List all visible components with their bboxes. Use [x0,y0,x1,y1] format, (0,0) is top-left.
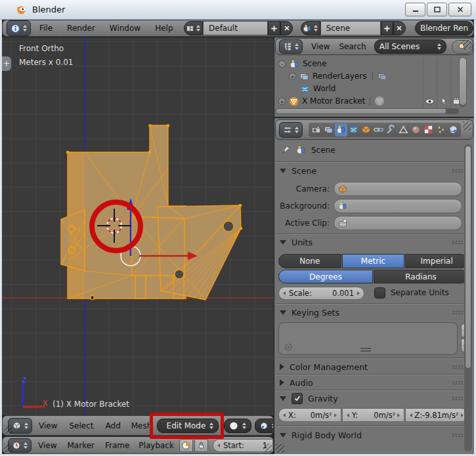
panel-drag-dots[interactable] [452,381,464,385]
mode-select[interactable]: Edit Mode [157,419,219,433]
menu-view-outliner[interactable]: View [311,42,330,51]
render-engine-select[interactable]: Blender Ren [415,21,473,35]
unit-scale-slider[interactable]: Scale: 0.001 [278,287,364,300]
menu-view-3d[interactable]: View [39,421,57,430]
editor-type-selector-outliner[interactable] [279,39,303,54]
menu-marker[interactable]: Marker [67,441,94,450]
edit-mesh[interactable] [2,37,274,415]
toolshelf-open-tab[interactable]: + [2,56,11,71]
background-field[interactable] [334,199,462,213]
unit-system-imperial-button[interactable]: Imperial [405,254,468,268]
close-button[interactable] [448,3,471,16]
separate-units-checkbox[interactable] [374,287,385,299]
menu-search[interactable]: Search [339,42,366,51]
menu-window[interactable]: Window [110,24,141,33]
outliner-display-mode-select[interactable]: All Scenes [374,39,447,54]
menu-view-timeline[interactable]: View [38,441,56,450]
menu-help[interactable]: Help [155,24,173,33]
rotation-degrees-button[interactable]: Degrees [278,270,373,283]
tab-render[interactable] [310,123,322,136]
use-preview-range-button[interactable] [179,439,193,452]
tab-world[interactable] [347,123,360,136]
tab-particles[interactable] [435,123,447,136]
rigid-body-world-panel-header[interactable]: Rigid Body World [280,429,464,441]
outliner-hscrollbar[interactable] [276,108,459,114]
menu-add[interactable]: Add [106,421,121,430]
gravity-panel-header[interactable]: Gravity [280,392,464,404]
tab-modifiers[interactable] [385,123,397,136]
outliner-row-world[interactable]: World [274,83,474,94]
keying-sets-list[interactable] [278,322,458,355]
scene-delete-button[interactable] [393,21,406,35]
rotation-radians-button[interactable]: Radians [374,270,468,283]
properties-vscrollbar[interactable] [464,144,472,451]
visibility-eye-icon[interactable] [425,96,435,108]
menu-select[interactable]: Select [69,421,93,430]
corner-grip[interactable] [276,444,284,453]
menu-mesh[interactable]: Mesh [131,421,152,430]
panel-drag-dots[interactable] [452,310,464,315]
selectability-cursor-icon[interactable] [439,96,448,108]
pin-icon[interactable] [281,145,291,155]
gravity-y-slider[interactable]: Y: 0m/s² [342,408,405,422]
editor-type-selector-properties[interactable] [279,122,303,138]
panel-drag-dots[interactable] [452,396,464,401]
camera-field[interactable] [334,182,462,196]
menu-render[interactable]: Render [67,24,95,33]
menu-frame[interactable]: Frame [105,441,129,450]
audio-panel-header[interactable]: Audio [280,377,464,388]
panel-drag-dots[interactable] [452,240,464,245]
keying-sets-panel-header[interactable]: Keying Sets [280,306,464,318]
expand-toggle[interactable]: + [289,73,296,80]
corner-grip[interactable] [4,444,12,452]
active-clip-field[interactable] [334,216,462,230]
editor-type-selector-info[interactable] [7,20,31,36]
expand-toggle[interactable]: + [278,98,286,105]
scene-panel-header[interactable]: Scene [280,165,464,176]
scene-name-field[interactable]: Scene [320,21,381,35]
pivot-point-select[interactable] [255,419,274,433]
unit-system-none-button[interactable]: None [278,254,341,268]
outliner-row-scene[interactable]: - Scene [274,58,474,70]
color-management-panel-header[interactable]: Color Management [280,361,464,373]
menu-playback[interactable]: Playback [139,441,174,450]
gravity-checkbox[interactable] [292,393,303,404]
gravity-x-slider[interactable]: X: 0m/s² [278,408,341,422]
collapse-toggle[interactable]: - [278,60,286,68]
tab-physics[interactable] [447,123,460,136]
corner-grip[interactable] [263,444,272,452]
outliner-row-renderlayers[interactable]: + RenderLayers [274,70,474,82]
tab-object-data[interactable] [397,123,410,136]
screen-layout-browse-button[interactable] [184,21,204,35]
screen-layout-add-button[interactable] [268,21,280,35]
panel-drag-dots[interactable] [452,433,464,438]
minimize-button[interactable] [405,3,425,16]
outliner-vscroll-thumb[interactable] [460,58,466,105]
tab-constraints[interactable] [372,123,385,136]
panel-drag-dots[interactable] [452,365,464,369]
properties-vscroll-thumb[interactable] [465,146,471,369]
screen-layout-delete-button[interactable] [280,21,293,35]
3d-viewport[interactable]: Front Ortho Meters x 0.01 + Z X (1) X Mo… [2,37,274,415]
tab-render-layers[interactable] [322,123,335,136]
list-resize-grip[interactable] [360,348,371,349]
filter-plus-icon[interactable] [284,343,292,351]
outliner-row-x-motor-bracket[interactable]: + X Motor Bracket [274,95,474,107]
gravity-z-slider[interactable]: Z: -9.81m/s² [405,408,468,422]
scene-browse-button[interactable] [301,21,320,35]
lock-frame-button[interactable] [194,439,208,452]
outliner-vscrollbar[interactable] [459,57,467,107]
viewport-shading-select[interactable] [224,419,251,433]
outliner-hscroll-thumb[interactable] [276,109,446,114]
maximize-button[interactable] [427,3,447,16]
corner-grip[interactable] [463,40,471,49]
unit-system-metric-button[interactable]: Metric [342,254,405,268]
tab-material[interactable] [410,123,422,136]
menu-file[interactable]: File [39,24,53,33]
units-panel-header[interactable]: Units [280,236,464,248]
tab-object[interactable] [360,123,372,136]
corner-grip[interactable] [4,425,12,434]
scene-add-button[interactable] [381,21,393,35]
panel-drag-dots[interactable] [452,169,464,173]
tab-scene[interactable] [335,123,347,136]
